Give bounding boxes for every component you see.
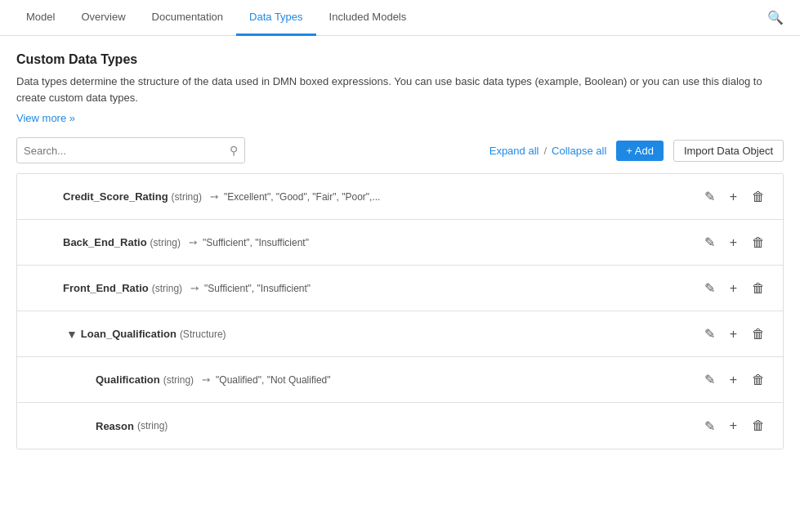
row-content: ▼ Loan_Qualification (Structure) <box>30 326 699 342</box>
type-name: Loan_Qualification <box>81 328 177 340</box>
delete-button[interactable]: 🗑 <box>747 369 770 391</box>
row-actions: ✎ + 🗑 <box>699 186 770 208</box>
enum-values: "Excellent", "Good", "Fair", "Poor",... <box>224 191 380 203</box>
collapse-chevron-button[interactable]: ▼ <box>63 326 81 342</box>
row-actions: ✎ + 🗑 <box>699 231 770 253</box>
enum-values: "Sufficient", "Insufficient" <box>204 283 311 294</box>
search-box: ⚲ <box>16 137 245 163</box>
edit-button[interactable]: ✎ <box>699 369 720 391</box>
delete-button[interactable]: 🗑 <box>747 324 770 345</box>
data-types-table: Credit_Score_Rating (string) ➙ "Excellen… <box>16 173 784 449</box>
type-meta: (string) <box>150 237 181 248</box>
page-content: Custom Data Types Data types determine t… <box>0 36 800 449</box>
delete-button[interactable]: 🗑 <box>747 278 770 299</box>
add-button[interactable]: + Add <box>616 141 664 161</box>
search-magnifier-icon: ⚲ <box>230 144 238 157</box>
edit-button[interactable]: ✎ <box>699 277 720 299</box>
expand-collapse-separator: / <box>543 145 547 157</box>
enum-icon: ➙ <box>190 282 199 294</box>
table-row: Front_End_Ratio (string) ➙ "Sufficient",… <box>17 266 783 311</box>
row-content: Reason (string) <box>30 420 699 432</box>
view-more-link[interactable]: View more » <box>16 112 75 124</box>
add-child-button[interactable]: + <box>725 186 742 208</box>
table-row: Back_End_Ratio (string) ➙ "Sufficient", … <box>17 220 783 266</box>
row-content: Credit_Score_Rating (string) ➙ "Excellen… <box>30 190 699 203</box>
nav-included-models[interactable]: Included Models <box>316 0 420 36</box>
table-row: Credit_Score_Rating (string) ➙ "Excellen… <box>17 174 783 220</box>
nav-data-types[interactable]: Data Types <box>236 0 316 36</box>
type-meta: (string) <box>163 374 194 386</box>
type-name: Back_End_Ratio <box>63 236 147 248</box>
type-name: Front_End_Ratio <box>63 282 149 294</box>
enum-values: "Qualified", "Not Qualified" <box>216 374 330 386</box>
top-navigation: Model Overview Documentation Data Types … <box>0 0 800 36</box>
table-row: Qualification (string) ➙ "Qualified", "N… <box>17 357 783 403</box>
row-content: Qualification (string) ➙ "Qualified", "N… <box>30 373 699 386</box>
expand-collapse-controls: Expand all / Collapse all <box>489 145 607 157</box>
row-actions: ✎ + 🗑 <box>699 415 770 437</box>
expand-all-button[interactable]: Expand all <box>489 145 539 157</box>
edit-button[interactable]: ✎ <box>699 323 720 345</box>
type-meta: (Structure) <box>180 329 226 340</box>
toolbar: ⚲ Expand all / Collapse all + Add Import… <box>16 137 784 163</box>
row-content: Front_End_Ratio (string) ➙ "Sufficient",… <box>30 282 699 294</box>
enum-icon: ➙ <box>202 373 211 386</box>
search-input[interactable] <box>24 145 230 157</box>
page-description: Data types determine the structure of th… <box>16 74 784 105</box>
global-search-button[interactable]: 🔍 <box>764 7 787 29</box>
add-child-button[interactable]: + <box>725 415 742 436</box>
type-meta: (string) <box>172 191 202 203</box>
nav-model[interactable]: Model <box>13 0 68 36</box>
delete-button[interactable]: 🗑 <box>747 415 770 436</box>
row-actions: ✎ + 🗑 <box>699 277 770 299</box>
search-icon: 🔍 <box>767 11 784 25</box>
row-actions: ✎ + 🗑 <box>699 369 770 391</box>
nav-documentation[interactable]: Documentation <box>139 0 236 36</box>
table-row: ▼ Loan_Qualification (Structure) ✎ + 🗑 <box>17 311 783 357</box>
add-child-button[interactable]: + <box>725 324 742 345</box>
collapse-all-button[interactable]: Collapse all <box>552 145 606 157</box>
type-meta: (string) <box>152 283 182 294</box>
row-actions: ✎ + 🗑 <box>699 323 770 345</box>
table-row: Reason (string) ✎ + 🗑 <box>17 403 783 449</box>
add-child-button[interactable]: + <box>725 278 742 299</box>
type-name: Credit_Score_Rating <box>63 190 168 203</box>
add-child-button[interactable]: + <box>725 369 742 391</box>
import-data-object-button[interactable]: Import Data Object <box>673 140 784 162</box>
enum-icon: ➙ <box>189 236 198 248</box>
edit-button[interactable]: ✎ <box>699 231 720 253</box>
page-title: Custom Data Types <box>16 52 784 67</box>
enum-values: "Sufficient", "Insufficient" <box>203 237 309 248</box>
type-meta: (string) <box>137 420 168 431</box>
delete-button[interactable]: 🗑 <box>747 232 770 253</box>
edit-button[interactable]: ✎ <box>699 415 720 437</box>
delete-button[interactable]: 🗑 <box>747 186 770 208</box>
edit-button[interactable]: ✎ <box>699 186 720 208</box>
enum-icon: ➙ <box>210 190 219 203</box>
add-child-button[interactable]: + <box>725 232 742 253</box>
type-name: Qualification <box>96 373 160 386</box>
nav-overview[interactable]: Overview <box>68 0 138 36</box>
row-content: Back_End_Ratio (string) ➙ "Sufficient", … <box>30 236 699 248</box>
type-name: Reason <box>96 420 134 432</box>
